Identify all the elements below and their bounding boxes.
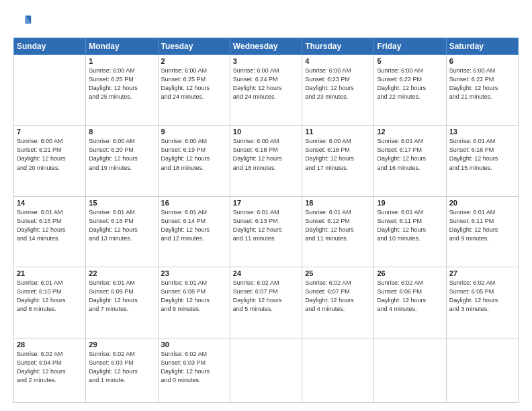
weekday-header-sunday: Sunday (14, 38, 86, 55)
day-number: 12 (377, 128, 443, 136)
cell-details: Sunrise: 6:01 AMSunset: 6:09 PMDaylight:… (89, 279, 154, 314)
cell-details: Sunrise: 6:01 AMSunset: 6:16 PMDaylight:… (449, 137, 515, 172)
day-number: 2 (161, 57, 227, 65)
day-number: 15 (89, 199, 154, 207)
page: SundayMondayTuesdayWednesdayThursdayFrid… (0, 0, 532, 411)
day-number: 18 (305, 199, 371, 207)
calendar-cell: 7Sunrise: 6:00 AMSunset: 6:21 PMDaylight… (14, 126, 86, 196)
calendar-cell: 21Sunrise: 6:01 AMSunset: 6:10 PMDayligh… (14, 267, 86, 338)
day-number: 7 (17, 128, 83, 136)
day-number: 20 (449, 199, 515, 207)
calendar-cell: 6Sunrise: 6:00 AMSunset: 6:22 PMDaylight… (446, 55, 518, 126)
week-row-3: 21Sunrise: 6:01 AMSunset: 6:10 PMDayligh… (14, 267, 519, 338)
cell-details: Sunrise: 6:00 AMSunset: 6:25 PMDaylight:… (161, 66, 227, 101)
week-row-2: 14Sunrise: 6:01 AMSunset: 6:15 PMDayligh… (14, 196, 519, 267)
logo (13, 12, 35, 31)
cell-details: Sunrise: 6:01 AMSunset: 6:11 PMDaylight:… (449, 208, 515, 243)
cell-details: Sunrise: 6:00 AMSunset: 6:18 PMDaylight:… (305, 137, 371, 172)
day-number: 30 (161, 340, 227, 349)
calendar-cell: 26Sunrise: 6:02 AMSunset: 6:06 PMDayligh… (374, 267, 446, 338)
calendar-cell: 9Sunrise: 6:00 AMSunset: 6:19 PMDaylight… (158, 126, 230, 196)
day-number: 13 (449, 128, 515, 136)
calendar-cell: 5Sunrise: 6:00 AMSunset: 6:22 PMDaylight… (374, 55, 446, 126)
cell-details: Sunrise: 6:01 AMSunset: 6:11 PMDaylight:… (377, 208, 443, 243)
cell-details: Sunrise: 6:00 AMSunset: 6:21 PMDaylight:… (17, 137, 83, 172)
weekday-header-friday: Friday (374, 38, 446, 55)
cell-details: Sunrise: 6:01 AMSunset: 6:12 PMDaylight:… (305, 208, 371, 243)
weekday-header-saturday: Saturday (446, 38, 518, 55)
cell-details: Sunrise: 6:00 AMSunset: 6:22 PMDaylight:… (449, 66, 515, 101)
cell-details: Sunrise: 6:00 AMSunset: 6:19 PMDaylight:… (161, 137, 227, 172)
cell-details: Sunrise: 6:00 AMSunset: 6:23 PMDaylight:… (305, 66, 371, 101)
cell-details: Sunrise: 6:02 AMSunset: 6:04 PMDaylight:… (17, 350, 83, 385)
calendar-cell: 22Sunrise: 6:01 AMSunset: 6:09 PMDayligh… (86, 267, 158, 338)
day-number: 14 (17, 199, 83, 207)
calendar-cell: 14Sunrise: 6:01 AMSunset: 6:15 PMDayligh… (14, 196, 86, 267)
calendar-cell: 4Sunrise: 6:00 AMSunset: 6:23 PMDaylight… (302, 55, 374, 126)
weekday-header-wednesday: Wednesday (230, 38, 302, 55)
day-number: 28 (17, 340, 83, 349)
cell-details: Sunrise: 6:01 AMSunset: 6:13 PMDaylight:… (233, 208, 299, 243)
calendar-cell: 28Sunrise: 6:02 AMSunset: 6:04 PMDayligh… (14, 338, 86, 402)
calendar-cell: 16Sunrise: 6:01 AMSunset: 6:14 PMDayligh… (158, 196, 230, 267)
day-number: 4 (305, 57, 371, 65)
cell-details: Sunrise: 6:02 AMSunset: 6:07 PMDaylight:… (233, 279, 299, 314)
calendar-cell: 12Sunrise: 6:01 AMSunset: 6:17 PMDayligh… (374, 126, 446, 196)
day-number: 16 (161, 199, 227, 207)
calendar-cell (302, 338, 374, 402)
calendar-cell: 30Sunrise: 6:02 AMSunset: 6:03 PMDayligh… (158, 338, 230, 402)
day-number: 29 (89, 340, 154, 349)
cell-details: Sunrise: 6:02 AMSunset: 6:05 PMDaylight:… (449, 279, 515, 314)
calendar-table: SundayMondayTuesdayWednesdayThursdayFrid… (13, 38, 519, 403)
day-number: 25 (305, 269, 371, 277)
cell-details: Sunrise: 6:00 AMSunset: 6:25 PMDaylight:… (89, 66, 154, 101)
day-number: 27 (449, 269, 515, 277)
cell-details: Sunrise: 6:00 AMSunset: 6:22 PMDaylight:… (377, 66, 443, 101)
calendar-cell (230, 338, 302, 402)
calendar-cell (374, 338, 446, 402)
calendar-cell: 20Sunrise: 6:01 AMSunset: 6:11 PMDayligh… (446, 196, 518, 267)
day-number: 8 (89, 128, 154, 136)
week-row-4: 28Sunrise: 6:02 AMSunset: 6:04 PMDayligh… (14, 338, 519, 402)
weekday-header-monday: Monday (86, 38, 158, 55)
calendar-cell: 1Sunrise: 6:00 AMSunset: 6:25 PMDaylight… (86, 55, 158, 126)
calendar-cell: 10Sunrise: 6:00 AMSunset: 6:18 PMDayligh… (230, 126, 302, 196)
calendar-cell: 18Sunrise: 6:01 AMSunset: 6:12 PMDayligh… (302, 196, 374, 267)
day-number: 9 (161, 128, 227, 136)
day-number: 21 (17, 269, 83, 277)
day-number: 26 (377, 269, 443, 277)
calendar-cell: 8Sunrise: 6:00 AMSunset: 6:20 PMDaylight… (86, 126, 158, 196)
cell-details: Sunrise: 6:02 AMSunset: 6:06 PMDaylight:… (377, 279, 443, 314)
calendar-cell: 2Sunrise: 6:00 AMSunset: 6:25 PMDaylight… (158, 55, 230, 126)
cell-details: Sunrise: 6:02 AMSunset: 6:03 PMDaylight:… (161, 350, 227, 385)
day-number: 1 (89, 57, 154, 65)
calendar-cell: 25Sunrise: 6:02 AMSunset: 6:07 PMDayligh… (302, 267, 374, 338)
calendar-cell: 27Sunrise: 6:02 AMSunset: 6:05 PMDayligh… (446, 267, 518, 338)
cell-details: Sunrise: 6:01 AMSunset: 6:15 PMDaylight:… (89, 208, 154, 243)
cell-details: Sunrise: 6:01 AMSunset: 6:14 PMDaylight:… (161, 208, 227, 243)
day-number: 23 (161, 269, 227, 277)
day-number: 11 (305, 128, 371, 136)
day-number: 19 (377, 199, 443, 207)
week-row-1: 7Sunrise: 6:00 AMSunset: 6:21 PMDaylight… (14, 126, 519, 196)
calendar-cell: 17Sunrise: 6:01 AMSunset: 6:13 PMDayligh… (230, 196, 302, 267)
cell-details: Sunrise: 6:00 AMSunset: 6:20 PMDaylight:… (89, 137, 154, 172)
cell-details: Sunrise: 6:02 AMSunset: 6:07 PMDaylight:… (305, 279, 371, 314)
weekday-header-thursday: Thursday (302, 38, 374, 55)
cell-details: Sunrise: 6:00 AMSunset: 6:24 PMDaylight:… (233, 66, 299, 101)
calendar-cell (446, 338, 518, 402)
cell-details: Sunrise: 6:01 AMSunset: 6:08 PMDaylight:… (161, 279, 227, 314)
weekday-header-tuesday: Tuesday (158, 38, 230, 55)
calendar-cell: 13Sunrise: 6:01 AMSunset: 6:16 PMDayligh… (446, 126, 518, 196)
logo-icon (13, 12, 32, 31)
calendar-cell: 29Sunrise: 6:02 AMSunset: 6:03 PMDayligh… (86, 338, 158, 402)
day-number: 24 (233, 269, 299, 277)
calendar-cell (14, 55, 86, 126)
day-number: 5 (377, 57, 443, 65)
day-number: 10 (233, 128, 299, 136)
day-number: 22 (89, 269, 154, 277)
header (13, 12, 519, 31)
cell-details: Sunrise: 6:01 AMSunset: 6:15 PMDaylight:… (17, 208, 83, 243)
weekday-header-row: SundayMondayTuesdayWednesdayThursdayFrid… (14, 38, 519, 55)
cell-details: Sunrise: 6:00 AMSunset: 6:18 PMDaylight:… (233, 137, 299, 172)
